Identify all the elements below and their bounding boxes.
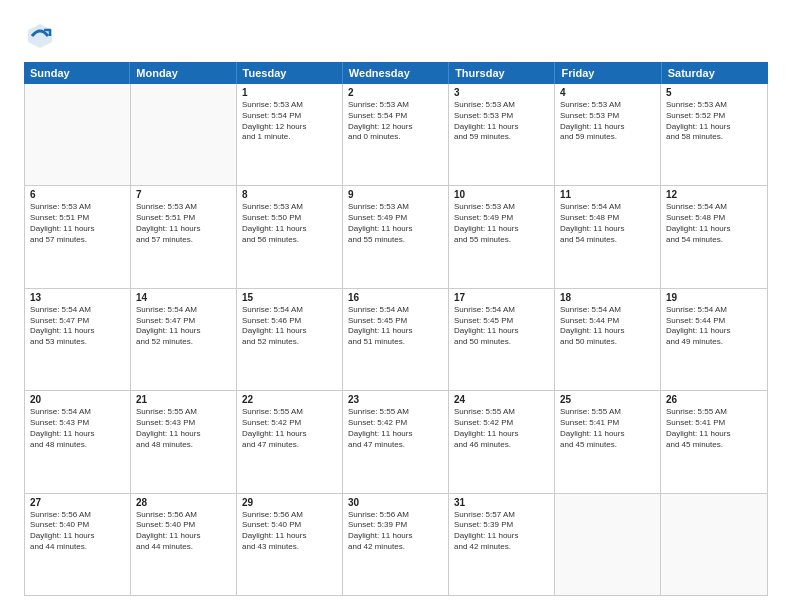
header — [24, 20, 768, 52]
day-detail-24: Sunrise: 5:55 AM Sunset: 5:42 PM Dayligh… — [454, 407, 549, 450]
day-cell-29: 29Sunrise: 5:56 AM Sunset: 5:40 PM Dayli… — [237, 494, 343, 595]
day-cell-16: 16Sunrise: 5:54 AM Sunset: 5:45 PM Dayli… — [343, 289, 449, 390]
day-detail-14: Sunrise: 5:54 AM Sunset: 5:47 PM Dayligh… — [136, 305, 231, 348]
day-number-5: 5 — [666, 87, 762, 98]
day-detail-16: Sunrise: 5:54 AM Sunset: 5:45 PM Dayligh… — [348, 305, 443, 348]
day-detail-5: Sunrise: 5:53 AM Sunset: 5:52 PM Dayligh… — [666, 100, 762, 143]
header-monday: Monday — [130, 62, 236, 84]
day-number-14: 14 — [136, 292, 231, 303]
day-number-27: 27 — [30, 497, 125, 508]
day-cell-30: 30Sunrise: 5:56 AM Sunset: 5:39 PM Dayli… — [343, 494, 449, 595]
day-cell-25: 25Sunrise: 5:55 AM Sunset: 5:41 PM Dayli… — [555, 391, 661, 492]
day-detail-9: Sunrise: 5:53 AM Sunset: 5:49 PM Dayligh… — [348, 202, 443, 245]
day-number-9: 9 — [348, 189, 443, 200]
day-detail-11: Sunrise: 5:54 AM Sunset: 5:48 PM Dayligh… — [560, 202, 655, 245]
day-detail-15: Sunrise: 5:54 AM Sunset: 5:46 PM Dayligh… — [242, 305, 337, 348]
day-detail-27: Sunrise: 5:56 AM Sunset: 5:40 PM Dayligh… — [30, 510, 125, 553]
day-number-16: 16 — [348, 292, 443, 303]
day-number-23: 23 — [348, 394, 443, 405]
empty-cell-0-1 — [131, 84, 237, 185]
day-detail-25: Sunrise: 5:55 AM Sunset: 5:41 PM Dayligh… — [560, 407, 655, 450]
day-number-18: 18 — [560, 292, 655, 303]
calendar-header: Sunday Monday Tuesday Wednesday Thursday… — [24, 62, 768, 84]
logo — [24, 20, 60, 52]
week-row-5: 27Sunrise: 5:56 AM Sunset: 5:40 PM Dayli… — [25, 493, 767, 595]
empty-cell-4-6 — [661, 494, 767, 595]
day-cell-8: 8Sunrise: 5:53 AM Sunset: 5:50 PM Daylig… — [237, 186, 343, 287]
day-cell-6: 6Sunrise: 5:53 AM Sunset: 5:51 PM Daylig… — [25, 186, 131, 287]
day-number-8: 8 — [242, 189, 337, 200]
week-row-1: 1Sunrise: 5:53 AM Sunset: 5:54 PM Daylig… — [25, 84, 767, 185]
week-row-2: 6Sunrise: 5:53 AM Sunset: 5:51 PM Daylig… — [25, 185, 767, 287]
week-row-3: 13Sunrise: 5:54 AM Sunset: 5:47 PM Dayli… — [25, 288, 767, 390]
day-cell-10: 10Sunrise: 5:53 AM Sunset: 5:49 PM Dayli… — [449, 186, 555, 287]
day-cell-24: 24Sunrise: 5:55 AM Sunset: 5:42 PM Dayli… — [449, 391, 555, 492]
day-detail-10: Sunrise: 5:53 AM Sunset: 5:49 PM Dayligh… — [454, 202, 549, 245]
day-cell-13: 13Sunrise: 5:54 AM Sunset: 5:47 PM Dayli… — [25, 289, 131, 390]
day-number-1: 1 — [242, 87, 337, 98]
day-detail-23: Sunrise: 5:55 AM Sunset: 5:42 PM Dayligh… — [348, 407, 443, 450]
day-number-25: 25 — [560, 394, 655, 405]
day-number-3: 3 — [454, 87, 549, 98]
day-number-7: 7 — [136, 189, 231, 200]
day-number-12: 12 — [666, 189, 762, 200]
day-detail-8: Sunrise: 5:53 AM Sunset: 5:50 PM Dayligh… — [242, 202, 337, 245]
day-number-6: 6 — [30, 189, 125, 200]
day-detail-21: Sunrise: 5:55 AM Sunset: 5:43 PM Dayligh… — [136, 407, 231, 450]
day-cell-19: 19Sunrise: 5:54 AM Sunset: 5:44 PM Dayli… — [661, 289, 767, 390]
day-detail-4: Sunrise: 5:53 AM Sunset: 5:53 PM Dayligh… — [560, 100, 655, 143]
day-number-4: 4 — [560, 87, 655, 98]
day-cell-4: 4Sunrise: 5:53 AM Sunset: 5:53 PM Daylig… — [555, 84, 661, 185]
day-detail-31: Sunrise: 5:57 AM Sunset: 5:39 PM Dayligh… — [454, 510, 549, 553]
day-cell-21: 21Sunrise: 5:55 AM Sunset: 5:43 PM Dayli… — [131, 391, 237, 492]
day-detail-17: Sunrise: 5:54 AM Sunset: 5:45 PM Dayligh… — [454, 305, 549, 348]
day-number-29: 29 — [242, 497, 337, 508]
day-cell-27: 27Sunrise: 5:56 AM Sunset: 5:40 PM Dayli… — [25, 494, 131, 595]
day-detail-20: Sunrise: 5:54 AM Sunset: 5:43 PM Dayligh… — [30, 407, 125, 450]
day-detail-2: Sunrise: 5:53 AM Sunset: 5:54 PM Dayligh… — [348, 100, 443, 143]
header-saturday: Saturday — [662, 62, 768, 84]
day-number-31: 31 — [454, 497, 549, 508]
logo-icon — [24, 20, 56, 52]
day-number-10: 10 — [454, 189, 549, 200]
day-cell-31: 31Sunrise: 5:57 AM Sunset: 5:39 PM Dayli… — [449, 494, 555, 595]
week-row-4: 20Sunrise: 5:54 AM Sunset: 5:43 PM Dayli… — [25, 390, 767, 492]
day-number-21: 21 — [136, 394, 231, 405]
day-number-17: 17 — [454, 292, 549, 303]
day-cell-17: 17Sunrise: 5:54 AM Sunset: 5:45 PM Dayli… — [449, 289, 555, 390]
day-detail-22: Sunrise: 5:55 AM Sunset: 5:42 PM Dayligh… — [242, 407, 337, 450]
day-cell-3: 3Sunrise: 5:53 AM Sunset: 5:53 PM Daylig… — [449, 84, 555, 185]
day-number-24: 24 — [454, 394, 549, 405]
day-detail-30: Sunrise: 5:56 AM Sunset: 5:39 PM Dayligh… — [348, 510, 443, 553]
day-cell-22: 22Sunrise: 5:55 AM Sunset: 5:42 PM Dayli… — [237, 391, 343, 492]
day-number-2: 2 — [348, 87, 443, 98]
svg-marker-0 — [28, 24, 52, 48]
day-detail-28: Sunrise: 5:56 AM Sunset: 5:40 PM Dayligh… — [136, 510, 231, 553]
day-cell-2: 2Sunrise: 5:53 AM Sunset: 5:54 PM Daylig… — [343, 84, 449, 185]
empty-cell-0-0 — [25, 84, 131, 185]
day-detail-7: Sunrise: 5:53 AM Sunset: 5:51 PM Dayligh… — [136, 202, 231, 245]
day-number-15: 15 — [242, 292, 337, 303]
header-sunday: Sunday — [24, 62, 130, 84]
day-cell-5: 5Sunrise: 5:53 AM Sunset: 5:52 PM Daylig… — [661, 84, 767, 185]
day-detail-26: Sunrise: 5:55 AM Sunset: 5:41 PM Dayligh… — [666, 407, 762, 450]
day-detail-1: Sunrise: 5:53 AM Sunset: 5:54 PM Dayligh… — [242, 100, 337, 143]
day-cell-20: 20Sunrise: 5:54 AM Sunset: 5:43 PM Dayli… — [25, 391, 131, 492]
day-number-19: 19 — [666, 292, 762, 303]
day-cell-7: 7Sunrise: 5:53 AM Sunset: 5:51 PM Daylig… — [131, 186, 237, 287]
day-cell-12: 12Sunrise: 5:54 AM Sunset: 5:48 PM Dayli… — [661, 186, 767, 287]
day-number-20: 20 — [30, 394, 125, 405]
day-detail-19: Sunrise: 5:54 AM Sunset: 5:44 PM Dayligh… — [666, 305, 762, 348]
day-cell-14: 14Sunrise: 5:54 AM Sunset: 5:47 PM Dayli… — [131, 289, 237, 390]
day-cell-26: 26Sunrise: 5:55 AM Sunset: 5:41 PM Dayli… — [661, 391, 767, 492]
day-detail-29: Sunrise: 5:56 AM Sunset: 5:40 PM Dayligh… — [242, 510, 337, 553]
day-detail-13: Sunrise: 5:54 AM Sunset: 5:47 PM Dayligh… — [30, 305, 125, 348]
day-cell-9: 9Sunrise: 5:53 AM Sunset: 5:49 PM Daylig… — [343, 186, 449, 287]
day-number-13: 13 — [30, 292, 125, 303]
day-cell-18: 18Sunrise: 5:54 AM Sunset: 5:44 PM Dayli… — [555, 289, 661, 390]
day-detail-6: Sunrise: 5:53 AM Sunset: 5:51 PM Dayligh… — [30, 202, 125, 245]
day-number-22: 22 — [242, 394, 337, 405]
day-detail-18: Sunrise: 5:54 AM Sunset: 5:44 PM Dayligh… — [560, 305, 655, 348]
day-cell-1: 1Sunrise: 5:53 AM Sunset: 5:54 PM Daylig… — [237, 84, 343, 185]
header-tuesday: Tuesday — [237, 62, 343, 84]
